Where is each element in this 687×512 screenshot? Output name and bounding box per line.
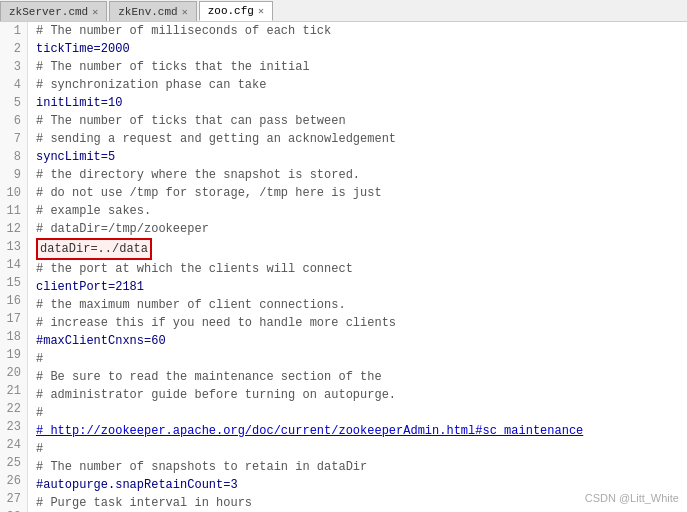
line-numbers: 1234567891011121314151617181920212223242… bbox=[0, 22, 28, 512]
code-line: # dataDir=/tmp/zookeeper bbox=[36, 220, 679, 238]
code-line: # administrator guide before turning on … bbox=[36, 386, 679, 404]
line-number: 21 bbox=[6, 382, 21, 400]
code-line: # The number of ticks that the initial bbox=[36, 58, 679, 76]
line-number: 25 bbox=[6, 454, 21, 472]
code-line: tickTime=2000 bbox=[36, 40, 679, 58]
tab-zkenv-close[interactable]: ✕ bbox=[182, 6, 188, 18]
line-number: 1 bbox=[6, 22, 21, 40]
code-line: # do not use /tmp for storage, /tmp here… bbox=[36, 184, 679, 202]
line-number: 28 bbox=[6, 508, 21, 512]
line-number: 10 bbox=[6, 184, 21, 202]
line-number: 7 bbox=[6, 130, 21, 148]
code-line: # the directory where the snapshot is st… bbox=[36, 166, 679, 184]
code-line: # The number of ticks that can pass betw… bbox=[36, 112, 679, 130]
code-line: syncLimit=5 bbox=[36, 148, 679, 166]
line-number: 22 bbox=[6, 400, 21, 418]
code-line: # bbox=[36, 404, 679, 422]
code-line: # the port at which the clients will con… bbox=[36, 260, 679, 278]
line-number: 24 bbox=[6, 436, 21, 454]
code-line: # sending a request and getting an ackno… bbox=[36, 130, 679, 148]
line-number: 8 bbox=[6, 148, 21, 166]
code-container: 1234567891011121314151617181920212223242… bbox=[0, 22, 687, 512]
line-number: 4 bbox=[6, 76, 21, 94]
tab-zkenv-label: zkEnv.cmd bbox=[118, 6, 177, 18]
code-line: # http://zookeeper.apache.org/doc/curren… bbox=[36, 422, 679, 440]
code-line: # The number of milliseconds of each tic… bbox=[36, 22, 679, 40]
line-number: 14 bbox=[6, 256, 21, 274]
code-line: initLimit=10 bbox=[36, 94, 679, 112]
line-number: 23 bbox=[6, 418, 21, 436]
line-number: 19 bbox=[6, 346, 21, 364]
code-line: clientPort=2181 bbox=[36, 278, 679, 296]
line-number: 26 bbox=[6, 472, 21, 490]
code-line: # the maximum number of client connectio… bbox=[36, 296, 679, 314]
line-number: 16 bbox=[6, 292, 21, 310]
tab-zoocfg-label: zoo.cfg bbox=[208, 5, 254, 17]
code-line: # Be sure to read the maintenance sectio… bbox=[36, 368, 679, 386]
line-number: 17 bbox=[6, 310, 21, 328]
code-line: #maxClientCnxns=60 bbox=[36, 332, 679, 350]
tab-zkserver-label: zkServer.cmd bbox=[9, 6, 88, 18]
tab-zkenv[interactable]: zkEnv.cmd ✕ bbox=[109, 1, 196, 21]
code-line: # bbox=[36, 350, 679, 368]
code-content[interactable]: # The number of milliseconds of each tic… bbox=[28, 22, 687, 512]
line-number: 9 bbox=[6, 166, 21, 184]
tab-zkserver[interactable]: zkServer.cmd ✕ bbox=[0, 1, 107, 21]
line-number: 13 bbox=[6, 238, 21, 256]
line-number: 2 bbox=[6, 40, 21, 58]
code-line: # Purge task interval in hours bbox=[36, 494, 679, 512]
code-line: # increase this if you need to handle mo… bbox=[36, 314, 679, 332]
line-number: 20 bbox=[6, 364, 21, 382]
line-number: 18 bbox=[6, 328, 21, 346]
tab-bar: zkServer.cmd ✕ zkEnv.cmd ✕ zoo.cfg ✕ bbox=[0, 0, 687, 22]
tab-zoocfg[interactable]: zoo.cfg ✕ bbox=[199, 1, 273, 21]
highlighted-code: dataDir=../data bbox=[36, 238, 152, 260]
line-number: 12 bbox=[6, 220, 21, 238]
code-line: # bbox=[36, 440, 679, 458]
code-line: # The number of snapshots to retain in d… bbox=[36, 458, 679, 476]
line-number: 11 bbox=[6, 202, 21, 220]
line-number: 6 bbox=[6, 112, 21, 130]
line-number: 15 bbox=[6, 274, 21, 292]
tab-zoocfg-close[interactable]: ✕ bbox=[258, 5, 264, 17]
line-number: 27 bbox=[6, 490, 21, 508]
code-line: # example sakes. bbox=[36, 202, 679, 220]
watermark: CSDN @Litt_White bbox=[585, 492, 679, 504]
tab-zkserver-close[interactable]: ✕ bbox=[92, 6, 98, 18]
code-line: dataDir=../data bbox=[36, 238, 679, 260]
code-line: # synchronization phase can take bbox=[36, 76, 679, 94]
code-line: #autopurge.snapRetainCount=3 bbox=[36, 476, 679, 494]
line-number: 3 bbox=[6, 58, 21, 76]
line-number: 5 bbox=[6, 94, 21, 112]
